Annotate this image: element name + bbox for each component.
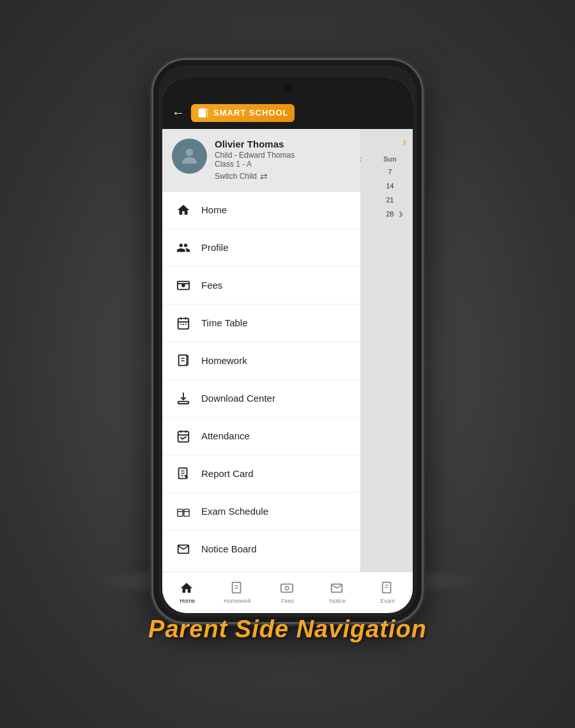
nav-label-examschedule: Exam Schedule <box>201 506 268 517</box>
app-header: ← SMART SCHOOL <box>162 97 413 129</box>
nav-label-profile: Profile <box>201 242 229 253</box>
timetable-icon <box>175 315 192 331</box>
bottom-nav-exam[interactable]: Exam <box>363 572 413 613</box>
page-title: Parent Side Navigation <box>0 616 575 643</box>
profile-icon <box>175 239 192 256</box>
svg-rect-12 <box>178 401 189 404</box>
navigation-drawer: Olivier Thomas Child - Edward Thomas Cla… <box>162 129 360 572</box>
svg-rect-32 <box>232 582 240 593</box>
svg-rect-0 <box>199 109 206 117</box>
nav-label-download: Download Center <box>201 393 275 404</box>
reportcard-icon <box>175 466 192 482</box>
nav-item-homework[interactable]: Homework <box>162 342 360 380</box>
nav-item-noticeboard[interactable]: Notice Board <box>162 531 360 568</box>
nav-label-fees: Fees <box>201 280 222 291</box>
nav-label-timetable: Time Table <box>201 317 248 328</box>
user-section: Olivier Thomas Child - Edward Thomas Cla… <box>162 129 360 192</box>
nav-item-home[interactable]: Home <box>162 192 360 229</box>
nav-item-timetable[interactable]: Time Table <box>162 305 360 342</box>
bottom-nav-fees[interactable]: Fees <box>263 572 312 613</box>
nav-label-attendance: Attendance <box>201 430 250 441</box>
bottom-nav-exam-label: Exam <box>380 598 395 604</box>
switch-child-button[interactable]: Switch Child ⇄ <box>215 171 351 181</box>
svg-rect-23 <box>184 509 189 516</box>
svg-rect-14 <box>178 431 189 442</box>
svg-rect-35 <box>281 584 293 592</box>
noticeboard-icon <box>175 541 192 557</box>
bottom-nav: Home Homework Fees <box>162 572 413 613</box>
nav-item-reportcard[interactable]: Report Card <box>162 455 360 493</box>
bottom-nav-fees-label: Fees <box>281 598 294 604</box>
switch-child-text: Switch Child <box>215 172 257 181</box>
bottom-nav-home[interactable]: Home <box>162 572 212 613</box>
nav-label-noticeboard: Notice Board <box>201 543 257 554</box>
main-content: ‹ October 2019 › Mon Tue Wed Thu Fri Sat… <box>162 129 413 572</box>
nav-label-home: Home <box>201 204 227 215</box>
nav-item-fees[interactable]: Fees <box>162 267 360 305</box>
bottom-nav-homework[interactable]: Homework <box>212 572 262 613</box>
nav-item-download[interactable]: Download Center <box>162 380 360 418</box>
logo-badge: SMART SCHOOL <box>191 104 295 122</box>
user-name: Olivier Thomas <box>215 139 351 149</box>
user-class-label: Class 1 - A <box>215 160 351 169</box>
user-info: Olivier Thomas Child - Edward Thomas Cla… <box>215 139 351 181</box>
bottom-nav-homework-label: Homework <box>224 598 251 604</box>
switch-icon: ⇄ <box>260 171 268 181</box>
nav-item-profile[interactable]: Profile <box>162 229 360 267</box>
home-icon <box>175 202 192 218</box>
attendance-icon <box>175 428 192 444</box>
avatar <box>172 139 207 174</box>
svg-rect-22 <box>178 509 183 516</box>
phone-frame: ← SMART SCHOOL ‹ Oc <box>153 60 422 622</box>
nav-label-reportcard: Report Card <box>201 468 254 479</box>
user-child-label: Child - Edward Thomas <box>215 151 351 160</box>
fees-icon <box>175 277 192 294</box>
svg-point-1 <box>186 148 194 156</box>
nav-item-timeline[interactable]: Timeline <box>162 568 360 572</box>
nav-label-homework: Homework <box>201 355 247 366</box>
download-icon <box>175 390 192 407</box>
homework-icon <box>175 353 192 369</box>
camera-notch <box>284 84 291 92</box>
bottom-nav-notice[interactable]: Notice <box>312 572 362 613</box>
nav-list: Home Profile <box>162 192 360 572</box>
nav-item-examschedule[interactable]: Exam Schedule <box>162 493 360 531</box>
examschedule-icon <box>175 503 192 520</box>
bottom-nav-home-label: Home <box>180 598 195 604</box>
bottom-nav-notice-label: Notice <box>330 598 346 604</box>
svg-point-36 <box>285 586 289 590</box>
logo-text: SMART SCHOOL <box>213 108 288 118</box>
svg-rect-9 <box>179 354 187 365</box>
back-button[interactable]: ← <box>172 105 185 120</box>
nav-item-attendance[interactable]: Attendance <box>162 418 360 455</box>
